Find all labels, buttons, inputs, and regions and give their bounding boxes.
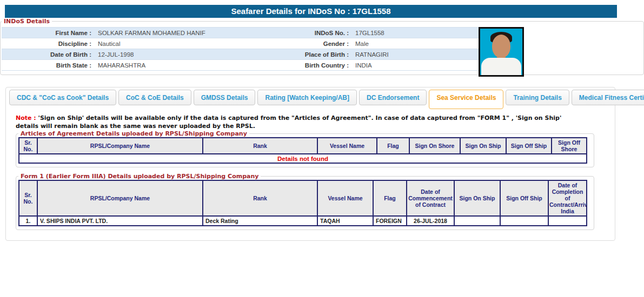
- column-header: Rank: [203, 138, 317, 154]
- indos-details-legend: INDoS Details: [2, 18, 52, 25]
- field-value: MAHARASHTRA: [95, 60, 301, 71]
- column-header: Sign On Ship: [454, 180, 500, 216]
- indos-fields-body: First Name :SOLKAR FARMAN MOHAMED HANIFI…: [2, 28, 483, 71]
- cell: FOREIGN: [373, 216, 407, 226]
- column-header: Sr. No.: [19, 138, 37, 154]
- cell: 26-JUL-2018: [407, 216, 454, 226]
- tab-dc-endorsement[interactable]: DC Endorsement: [359, 90, 427, 105]
- column-header: Sign Off Shore: [552, 138, 587, 154]
- field-label: Place of Birth :: [301, 49, 352, 60]
- tab-training-details[interactable]: Training Details: [506, 90, 569, 105]
- header-row: Sr. No.RPSL/Company NameRankVessel NameF…: [19, 138, 587, 154]
- table-row: 1.V. SHIPS INDIA PVT. LTD.Deck RatingTAQ…: [19, 216, 587, 226]
- column-header: Rank: [203, 180, 317, 216]
- page-title-bar: Seafarer Details for INDoS No : 17GL1558: [5, 5, 617, 18]
- cell: TAQAH: [317, 216, 373, 226]
- info-row: Birth State :MAHARASHTRABirth Country :I…: [2, 60, 483, 71]
- column-header: Sign Off Ship: [506, 138, 552, 154]
- form1-legend: Form 1 (Earlier Form IIIA) Details uploa…: [18, 173, 261, 180]
- seafarer-photo: [479, 27, 524, 77]
- column-header: Sign On Ship: [460, 138, 506, 154]
- tab-sea-service-details[interactable]: Sea Service Details: [429, 90, 503, 109]
- field-value: 17GL1558: [352, 28, 483, 38]
- tab-bar: CDC & "CoC as Cook" DetailsCoC & CoE Det…: [6, 87, 615, 105]
- header-row: Sr. No.RPSL/Company NameRankVessel NameF…: [19, 180, 587, 216]
- tab-coc-coe-details[interactable]: CoC & CoE Details: [118, 90, 191, 105]
- cell: [548, 216, 587, 226]
- tab-gmdss-details[interactable]: GMDSS Details: [194, 90, 256, 105]
- column-header: Sign Off Ship: [500, 180, 548, 216]
- tab-cdc-coc-as-cook-details[interactable]: CDC & "CoC as Cook" Details: [9, 90, 116, 105]
- aoa-section: Articles of Agreement Details uploaded b…: [16, 130, 594, 167]
- tab-medical-fitness-certificate[interactable]: Medical Fitness Certificate: [572, 90, 644, 105]
- column-header: Sign On Shore: [409, 138, 460, 154]
- field-label: First Name :: [2, 28, 95, 38]
- column-header: RPSL/Company Name: [37, 180, 203, 216]
- field-label: Discipline :: [2, 38, 95, 49]
- info-row: Discipline :NauticalGender :Male: [2, 38, 483, 49]
- form1-section: Form 1 (Earlier Form IIIA) Details uploa…: [16, 173, 594, 230]
- field-label: INDoS No. :: [301, 28, 352, 38]
- column-header: Flag: [377, 138, 409, 154]
- field-value: SOLKAR FARMAN MOHAMED HANIF: [95, 28, 301, 38]
- column-header: Sr. No.: [19, 180, 37, 216]
- aoa-table: Sr. No.RPSL/Company NameRankVessel NameF…: [18, 137, 587, 164]
- info-row: Date of Birth :12-JUL-1998Place of Birth…: [2, 49, 483, 60]
- tab-content: Note : 'Sign on Ship' details will be av…: [6, 105, 615, 230]
- field-label: Gender :: [301, 38, 352, 49]
- field-value: 12-JUL-1998: [95, 49, 301, 60]
- photo-shirt: [481, 58, 521, 75]
- cell: 1.: [19, 216, 37, 226]
- field-value: Male: [352, 38, 483, 49]
- empty-message: Details not found: [19, 154, 587, 163]
- note-body: 'Sign on Ship' details will be available…: [16, 114, 561, 130]
- field-value: RATNAGIRI: [352, 49, 483, 60]
- photo-face: [492, 35, 510, 58]
- field-value: Nautical: [95, 38, 301, 49]
- indos-details-section: INDoS Details First Name :SOLKAR FARMAN …: [0, 18, 644, 75]
- field-label: Date of Birth :: [2, 49, 95, 60]
- column-header: Vessel Name: [317, 180, 373, 216]
- column-header: Date of Commencement of Contract: [407, 180, 454, 216]
- note-label: Note :: [16, 114, 36, 122]
- empty-row: Details not found: [19, 154, 587, 163]
- note-text: Note : 'Sign on Ship' details will be av…: [16, 114, 582, 130]
- column-header: Vessel Name: [317, 138, 377, 154]
- column-header: Flag: [373, 180, 407, 216]
- aoa-legend: Articles of Agreement Details uploaded b…: [18, 130, 249, 137]
- cell: [500, 216, 548, 226]
- field-label: Birth Country :: [301, 60, 352, 71]
- cell: [454, 216, 500, 226]
- column-header: Date of Completion of Contract/Arriving …: [548, 180, 587, 216]
- indos-fields-table: First Name :SOLKAR FARMAN MOHAMED HANIFI…: [2, 27, 483, 71]
- field-value: INDIA: [352, 60, 483, 71]
- tab-content-panel: CDC & "CoC as Cook" DetailsCoC & CoE Det…: [5, 87, 615, 241]
- cell: Deck Rating: [203, 216, 317, 226]
- tab-rating-watch-keeping-ab[interactable]: Rating [Watch Keeping/AB]: [257, 90, 357, 105]
- column-header: RPSL/Company Name: [37, 138, 203, 154]
- field-label: Birth State :: [2, 60, 95, 71]
- page-title: Seafarer Details for INDoS No : 17GL1558: [231, 6, 390, 16]
- info-row: First Name :SOLKAR FARMAN MOHAMED HANIFI…: [2, 28, 483, 38]
- cell: V. SHIPS INDIA PVT. LTD.: [37, 216, 203, 226]
- form1-table: Sr. No.RPSL/Company NameRankVessel NameF…: [18, 180, 587, 226]
